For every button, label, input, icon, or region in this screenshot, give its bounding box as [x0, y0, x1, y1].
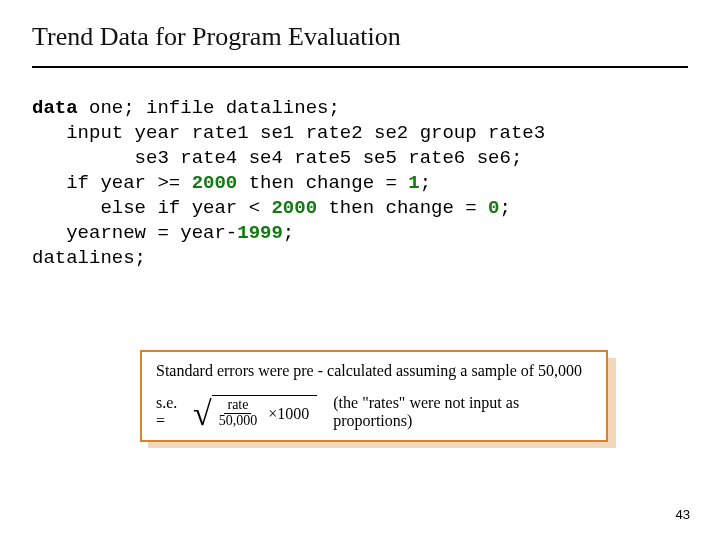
- note-box: Standard errors were pre - calculated as…: [140, 350, 608, 442]
- num-1: 1: [408, 172, 419, 194]
- kw-data: data: [32, 97, 78, 119]
- title-rule: [32, 66, 688, 68]
- code-l5c: ;: [500, 197, 511, 219]
- code-l7: datalines;: [32, 247, 146, 269]
- code-l2: input year rate1 se1 rate2 se2 group rat…: [32, 122, 545, 144]
- num-2000b: 2000: [271, 197, 317, 219]
- radicand: rate 50,000 ×1000: [212, 395, 318, 429]
- formula-row: s.e. = √ rate 50,000 ×1000 (the "rates" …: [156, 394, 592, 430]
- se-label: s.e. =: [156, 394, 189, 430]
- code-l4b: then change =: [237, 172, 408, 194]
- code-l4a: if year >=: [32, 172, 192, 194]
- num-0: 0: [488, 197, 499, 219]
- code-l4c: ;: [420, 172, 431, 194]
- code-block: data one; infile datalines; input year r…: [32, 96, 688, 272]
- sqrt-wrap: √ rate 50,000 ×1000: [193, 395, 317, 429]
- page-number: 43: [676, 507, 690, 522]
- fraction-numerator: rate: [224, 398, 251, 414]
- fraction: rate 50,000: [216, 398, 261, 428]
- num-1999: 1999: [237, 222, 283, 244]
- slide-title: Trend Data for Program Evaluation: [32, 22, 688, 52]
- note-container: Standard errors were pre - calculated as…: [140, 350, 608, 442]
- multiply-1000: ×1000: [268, 405, 309, 423]
- num-2000a: 2000: [192, 172, 238, 194]
- code-l1: one; infile datalines;: [78, 97, 340, 119]
- code-l3: se3 rate4 se4 rate5 se5 rate6 se6;: [32, 147, 522, 169]
- radical-icon: √: [193, 397, 212, 431]
- note-top-text: Standard errors were pre - calculated as…: [156, 362, 592, 380]
- code-l6a: yearnew = year-: [32, 222, 237, 244]
- code-l5a: else if year <: [32, 197, 271, 219]
- code-l6b: ;: [283, 222, 294, 244]
- note-paren: (the "rates" were not input as proportio…: [333, 394, 592, 430]
- fraction-denominator: 50,000: [216, 414, 261, 429]
- code-l5b: then change =: [317, 197, 488, 219]
